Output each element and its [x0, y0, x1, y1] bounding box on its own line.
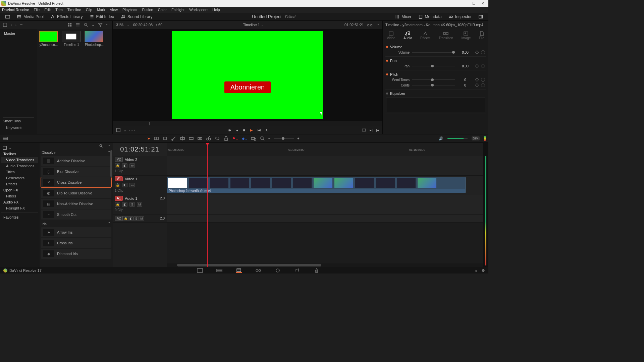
window-maximize-button[interactable]: ☐ [470, 0, 478, 7]
pan-value[interactable]: 0.00 [458, 64, 473, 68]
viewer-options-icon[interactable]: ⋯ [375, 23, 379, 27]
fx-item[interactable]: ▒Additive Dissolve [41, 156, 111, 166]
search-icon[interactable] [84, 22, 88, 27]
tree-audio-transitions[interactable]: Audio Transitions [1, 163, 38, 169]
lock-track-button[interactable]: 🔒 [115, 183, 120, 187]
toggle-sound-library-button[interactable]: Sound Library [118, 14, 155, 20]
menu-playback[interactable]: Playback [122, 8, 138, 12]
reset-icon[interactable] [481, 83, 485, 87]
toggle-full-screen-button[interactable] [3, 14, 13, 20]
stop-button[interactable]: ■ [243, 128, 245, 132]
tree-titles[interactable]: Titles [1, 169, 38, 175]
reset-icon[interactable] [481, 78, 485, 82]
timeline-playhead[interactable] [207, 143, 208, 267]
semitones-slider[interactable] [412, 79, 455, 80]
viewer-title-dropdown[interactable]: Timeline 1 [243, 23, 260, 27]
fx-item[interactable]: ◆Diamond Iris [41, 249, 111, 259]
fx-item[interactable]: ◌Blur Dissolve [41, 167, 111, 177]
audio-level-slider[interactable] [447, 138, 468, 139]
bin-list-icon[interactable] [3, 22, 7, 27]
menu-mark[interactable]: Mark [97, 8, 105, 12]
tree-generators[interactable]: Generators [1, 175, 38, 181]
keyframe-icon[interactable] [475, 64, 479, 68]
track-dest-badge[interactable]: V2 [115, 157, 123, 162]
volume-value[interactable]: 0.00 [458, 51, 473, 54]
timeline-view-options-icon[interactable] [3, 136, 8, 141]
search-icon[interactable] [260, 136, 265, 141]
nav-back-button[interactable]: ‹ [11, 23, 12, 27]
clip-item[interactable]: y2mate.co... [39, 31, 58, 47]
mute-button[interactable]: M [139, 216, 144, 221]
go-first-button[interactable]: ⏮ [228, 128, 231, 132]
menu-color[interactable]: Color [158, 8, 167, 12]
inspector-tab-image[interactable]: Image [462, 31, 471, 40]
media-pool-options-icon[interactable]: ⋯ [20, 23, 23, 27]
timeline-canvas[interactable]: 01:00:00:00 01:08:28:00 01:16:56:00 Phot… [167, 143, 488, 267]
expand-inspector-button[interactable] [476, 14, 486, 20]
track-head-a1[interactable]: A1Audio 12.0 🔒◧SM 0 Clip [113, 195, 167, 215]
master-bin[interactable]: Master [3, 30, 34, 37]
auto-select-button[interactable]: ◧ [122, 163, 127, 168]
tree-video-transitions[interactable]: Video Transitions [1, 157, 38, 163]
sort-dropdown[interactable]: ⌄ [92, 23, 95, 27]
menu-fairlight[interactable]: Fairlight [171, 8, 184, 12]
fx-item[interactable]: ▤Non-Additive Dissolve [41, 199, 111, 209]
match-frame-icon[interactable] [362, 128, 366, 132]
fx-section-iris[interactable]: Iris⌃ [40, 220, 113, 227]
effects-scrollbar[interactable] [110, 150, 112, 177]
inspector-tab-video[interactable]: Video [387, 31, 395, 40]
timeline-track-v2[interactable] [167, 156, 488, 176]
go-in-button[interactable]: ▸| [370, 128, 373, 132]
mute-button[interactable]: M [137, 202, 142, 207]
toggle-media-pool-button[interactable]: Media Pool [14, 14, 46, 20]
track-dest-badge[interactable]: V1 [115, 176, 123, 181]
menu-app[interactable]: DaVinci Resolve [2, 8, 29, 12]
tree-effects[interactable]: Effects [1, 181, 38, 187]
timeline-track-v1[interactable]: Photoshop farbverläufe.mp4 [167, 176, 488, 195]
timeline-track-a2[interactable] [167, 215, 488, 223]
marker-blue-icon[interactable]: ◆⌄ [242, 136, 248, 141]
fx-item[interactable]: ✕Cross Dissolve [41, 177, 111, 187]
fx-section-dissolve[interactable]: Dissolve⌃ [40, 149, 113, 155]
solo-button[interactable]: S [133, 216, 139, 221]
panel-toggle-icon[interactable] [3, 146, 7, 150]
keyframe-icon[interactable] [475, 50, 479, 54]
inspector-tab-effects[interactable]: Effects [420, 31, 430, 40]
filter-icon[interactable] [98, 22, 103, 27]
play-button[interactable]: ▶ [250, 128, 253, 132]
zoom-out-button[interactable]: − [268, 136, 270, 140]
tree-favorites[interactable]: Favorites [1, 214, 38, 220]
smart-bins-header[interactable]: Smart Bins [3, 117, 34, 124]
step-back-button[interactable]: ◂ [236, 128, 238, 132]
track-head-a2[interactable]: A2 🔒◧SM 2.0 [113, 215, 167, 223]
track-dest-badge[interactable]: A1 [115, 196, 123, 201]
solo-button[interactable]: S [129, 202, 135, 207]
menu-timeline[interactable]: Timeline [67, 8, 81, 12]
auto-select-button[interactable]: ◧ [122, 183, 127, 187]
audio-mute-icon[interactable]: 🔊 [439, 136, 443, 141]
lock-track-button[interactable]: 🔒 [123, 216, 128, 221]
clip-thumbnail[interactable] [39, 31, 58, 42]
volume-slider[interactable] [412, 52, 455, 53]
link-icon[interactable] [215, 136, 220, 141]
fx-item[interactable]: ～Smooth Cut [41, 209, 111, 220]
track-head-v1[interactable]: V1Video 1 🔒◧▭ 1 Clip [113, 176, 167, 195]
cents-slider[interactable] [412, 85, 455, 85]
clip-item[interactable]: Timeline 1 [62, 31, 81, 47]
blade-tool-icon[interactable] [171, 136, 176, 141]
keywords-bin[interactable]: Keywords [3, 124, 34, 131]
window-close-button[interactable]: ✕ [478, 0, 487, 7]
page-fusion-icon[interactable] [255, 268, 261, 273]
pan-slider[interactable] [412, 66, 455, 66]
bypass-grades-icon[interactable]: ⊘⊘ [367, 23, 373, 27]
window-minimize-button[interactable]: — [461, 0, 470, 7]
disable-track-button[interactable]: ▭ [129, 163, 135, 168]
dim-button[interactable]: DIM [472, 136, 480, 140]
blade-all-icon[interactable] [206, 136, 211, 141]
inspector-tab-audio[interactable]: Audio [404, 31, 412, 40]
go-out-button[interactable]: |◂ [376, 128, 379, 132]
search-timeline-icon[interactable] [251, 136, 256, 141]
effects-list-options-icon[interactable]: ⋯ [106, 144, 110, 148]
tree-audiofx[interactable]: Audio FX [1, 199, 38, 205]
reset-icon[interactable] [481, 50, 485, 54]
